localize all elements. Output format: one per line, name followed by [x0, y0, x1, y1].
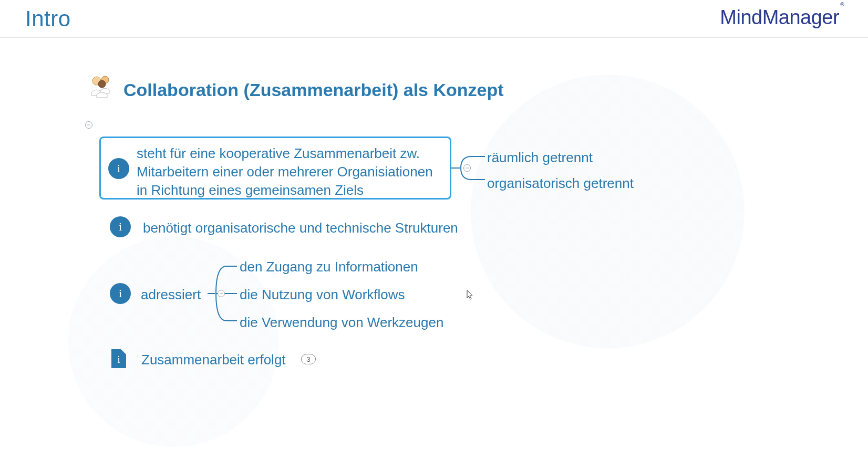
top-bar: Intro MindManager® — [0, 0, 868, 38]
mindmap-canvas[interactable]: Collaboration (Zusammenarbeit) als Konze… — [0, 38, 868, 472]
svg-point-2 — [98, 80, 106, 88]
topic-text[interactable]: benötigt organisatorische und technische… — [143, 220, 458, 236]
subtopic-text[interactable]: organisatorisch getrennt — [487, 175, 634, 192]
mouse-cursor-icon — [467, 290, 474, 300]
section-title: Intro — [25, 6, 71, 32]
topic-text: steht für eine kooperative Zusammenarbei… — [137, 144, 440, 200]
topic-text[interactable]: adressiert — [141, 287, 201, 303]
info-icon: i — [110, 283, 131, 304]
subtopic-text[interactable]: die Verwendung von Werkzeugen — [240, 314, 443, 331]
topic-text[interactable]: Zusammenarbeit erfolgt — [141, 352, 286, 368]
info-icon: i — [110, 216, 131, 237]
subtopic-text[interactable]: räumlich getrennt — [487, 150, 593, 166]
info-icon: i — [108, 158, 129, 179]
people-icon — [87, 74, 115, 101]
info-document-icon: i — [111, 349, 126, 368]
collapse-toggle-node[interactable] — [218, 290, 225, 297]
collapsed-count-badge[interactable]: 3 — [301, 354, 316, 364]
map-title[interactable]: Collaboration (Zusammenarbeit) als Konze… — [123, 80, 504, 100]
collapse-toggle-main[interactable] — [85, 121, 92, 129]
subtopic-text[interactable]: den Zugang zu Informationen — [240, 259, 418, 275]
brand-logo: MindManager® — [720, 6, 843, 29]
topic-node-selected[interactable]: i steht für eine kooperative Zusammenarb… — [99, 137, 451, 200]
collapse-toggle-node[interactable] — [463, 164, 471, 172]
subtopic-text[interactable]: die Nutzung von Workflows — [240, 287, 405, 303]
connector-bracket — [451, 150, 488, 192]
